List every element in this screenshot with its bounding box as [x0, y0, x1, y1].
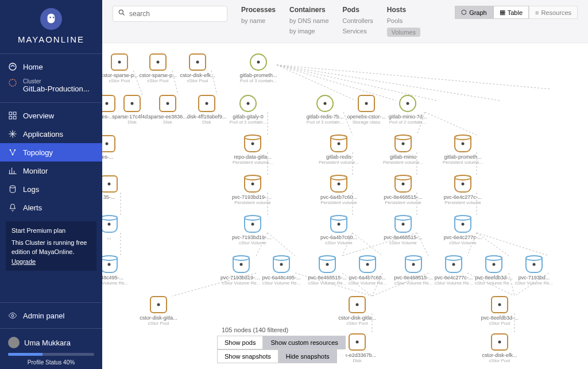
topology-node[interactable]: pvc-7193bd19-3...cStor Volume Re...	[220, 256, 262, 286]
node-subtype: cStor Pool	[177, 78, 218, 83]
view-toggle: ⬡Graph ▦Table ≡Resources	[455, 6, 578, 19]
filter-sub[interactable]: Pools	[387, 17, 420, 24]
user-row[interactable]: Uma Mukkara	[0, 332, 102, 353]
topology-node[interactable]: pvc-6e4c277c-...cStor Volume Re...	[433, 256, 474, 286]
filter-sub[interactable]: Controllers	[343, 17, 373, 24]
topology-node[interactable]: gitlab-gitaly-0Pod of 2 contain...	[227, 95, 269, 125]
topology-node[interactable]: cstor-disk-gitla...cStor Pool	[336, 296, 378, 326]
nav-label: Monitor	[23, 167, 48, 175]
nav-applications[interactable]: Applications	[0, 125, 102, 143]
node-subtype: Persistent volume	[232, 200, 273, 205]
search-box[interactable]	[113, 6, 227, 22]
topology-node[interactable]: pvc-6a48c495-...cStor Volume Re...	[261, 256, 302, 286]
topology-node[interactable]: pvc-7193bd...cStor Volume Re...	[513, 256, 555, 286]
admin-panel-link[interactable]: Admin panel	[0, 306, 102, 325]
node-label: pvc-8e468515-...	[307, 275, 348, 280]
node-label: gitlab-gitaly-0	[227, 114, 269, 120]
eye-icon	[8, 311, 17, 320]
filter-sub[interactable]: Services	[343, 28, 373, 34]
brand-text: MAYAONLINE	[0, 34, 102, 44]
node-label: disk-4ff18abef9...	[186, 114, 227, 120]
topology-node[interactable]: pvc-8e468515-...Persistent volume	[382, 175, 424, 205]
topology-node[interactable]: pvc-7193bd19-3...Persistent volume	[232, 175, 273, 205]
topology-node[interactable]: pvc-8eefdb3d-...cStor Volume Re...	[473, 256, 514, 286]
nav-topology[interactable]: Topology	[0, 143, 102, 162]
filter-head[interactable]: Pods	[343, 6, 373, 14]
topology-node[interactable]: cstor-disk-gitla...cStor Pool	[138, 296, 179, 326]
svg-rect-2	[9, 112, 12, 115]
node-subtype: Pod of 2 contain...	[227, 120, 269, 125]
cluster-selector[interactable]: Cluster GitLab-Production...	[0, 76, 102, 99]
topology-node[interactable]: cstor-sparse-p...cStor Pool	[102, 53, 140, 83]
view-graph-button[interactable]: ⬡Graph	[455, 6, 493, 19]
topology-node[interactable]: openebs-cstor-...Storage class	[346, 95, 387, 125]
search-input[interactable]	[129, 10, 222, 18]
topology-node[interactable]: pvc-8eefdb3d-...cStor Pool	[479, 296, 520, 326]
topology-node[interactable]: sparse-ee3836...Disk	[147, 95, 188, 125]
topology-node[interactable]: pvc-6e4c277c-...cStor Volume	[442, 216, 483, 245]
alerts-icon	[8, 203, 17, 212]
topology-node[interactable]: pvc-6e4c277c-...Persistent volume	[442, 175, 483, 205]
topology-node[interactable]: pvc-8e468515-...cStor Volume Re...	[307, 256, 348, 286]
nav-alerts[interactable]: Alerts	[0, 198, 102, 217]
topology-node[interactable]: cstor-disk-efk...cStor Pool	[479, 333, 520, 363]
topology-node[interactable]: ...	[102, 216, 130, 240]
topology-canvas[interactable]: cstor-sparse-p...cStor Poolcstor-sparse-…	[102, 43, 588, 369]
nav-label: Applications	[23, 130, 63, 139]
topology-node[interactable]: gitlab-prometh...Persistent volume...	[442, 135, 483, 165]
topology-node[interactable]: gitlab-prometh...Pod of 3 contain...	[238, 53, 279, 83]
topology-node[interactable]: pvc-6a4b7c60...cStor Volume Re...	[347, 256, 388, 286]
show-snapshots-button[interactable]: Show snapshots	[217, 349, 278, 363]
view-resources-button[interactable]: ≡Resources	[529, 6, 578, 19]
logo-area: MAYAONLINE	[0, 0, 102, 50]
topology-node[interactable]: pvc-6a4b7c60...cStor Volume	[318, 216, 359, 245]
topology-node[interactable]: pvc-8e468515-...cStor Volume Re...	[393, 256, 434, 286]
show-custom-resources-button[interactable]: Show custom resources	[263, 336, 345, 349]
topology-node[interactable]: pvc-7193bd19-3...cStor Volume	[232, 216, 273, 245]
upgrade-link[interactable]: Upgrade	[11, 258, 36, 265]
graph-icon: ⬡	[461, 9, 467, 16]
topology-node[interactable]: gitlab-redisPersistent volume...	[318, 135, 359, 165]
topology-node[interactable]: gitlab-redis-7b...Pod of 3 contain...	[304, 95, 346, 125]
topology-node[interactable]: pvc-8e468515-...cStor Volume	[382, 216, 424, 245]
topology-node[interactable]: cstor-disk-efk...cStor Pool	[177, 53, 218, 83]
node-label: pvc-6a48c495-...	[261, 275, 302, 280]
resources-icon: ≡	[535, 9, 539, 16]
topology-node[interactable]: cstor-sparse-p...cStor Pool	[137, 53, 179, 83]
filter-sub[interactable]: Volumes	[387, 28, 420, 37]
view-table-button[interactable]: ▦Table	[493, 6, 529, 19]
topology-node[interactable]: 6e48c495-...cStor Volume Re...	[102, 256, 130, 286]
topology-node[interactable]: 35-...	[102, 175, 130, 200]
node-label: pvc-7193bd19-3...	[232, 235, 273, 240]
node-label: pvc-8e468515-...	[382, 194, 424, 200]
svg-point-1	[9, 79, 16, 86]
sidebar: MAYAONLINE Home Cluster GitLab-Productio…	[0, 0, 102, 369]
filter-sub[interactable]: by DNS name	[289, 17, 328, 24]
topology-node[interactable]: pvc-6a4b7c60...Persistent volume	[318, 175, 359, 205]
nav-logs[interactable]: Logs	[0, 180, 102, 198]
nav-overview[interactable]: Overview	[0, 106, 102, 125]
filter-sub[interactable]: by image	[289, 28, 328, 34]
topology-node[interactable]: disk-4ff18abef9...Disk	[186, 95, 227, 125]
topology-node[interactable]: gitlab-minioPersistent volume...	[382, 135, 424, 165]
node-subtype: cStor Pool	[137, 78, 179, 83]
node-subtype: Pod of 2 contain...	[387, 120, 428, 125]
hide-snapshots-button[interactable]: Hide snapshots	[278, 349, 337, 363]
filter-sub[interactable]: by name	[241, 17, 276, 24]
filter-head[interactable]: Processes	[241, 6, 276, 14]
nav-home[interactable]: Home	[0, 57, 102, 76]
topology-icon	[8, 148, 17, 157]
topology-node[interactable]: res-...	[102, 135, 127, 160]
node-label: pvc-6e4c277c-...	[442, 235, 483, 240]
filter-head[interactable]: Containers	[289, 6, 328, 14]
premium-body: This Cluster is running free edition of …	[11, 238, 91, 257]
node-label: pvc-7193bd...	[513, 275, 555, 280]
show-pods-button[interactable]: Show pods	[217, 336, 263, 349]
topology-node[interactable]: gitlab-minio-7d...Pod of 2 contain...	[387, 95, 428, 125]
filter-head[interactable]: Hosts	[387, 6, 420, 14]
topology-node[interactable]: repo-data-gitla...Persistent volume...	[232, 135, 273, 165]
node-subtype: cStor Volume	[442, 240, 483, 245]
svg-point-9	[10, 186, 15, 188]
nav-monitor[interactable]: Monitor	[0, 162, 102, 180]
logs-icon	[8, 184, 17, 194]
